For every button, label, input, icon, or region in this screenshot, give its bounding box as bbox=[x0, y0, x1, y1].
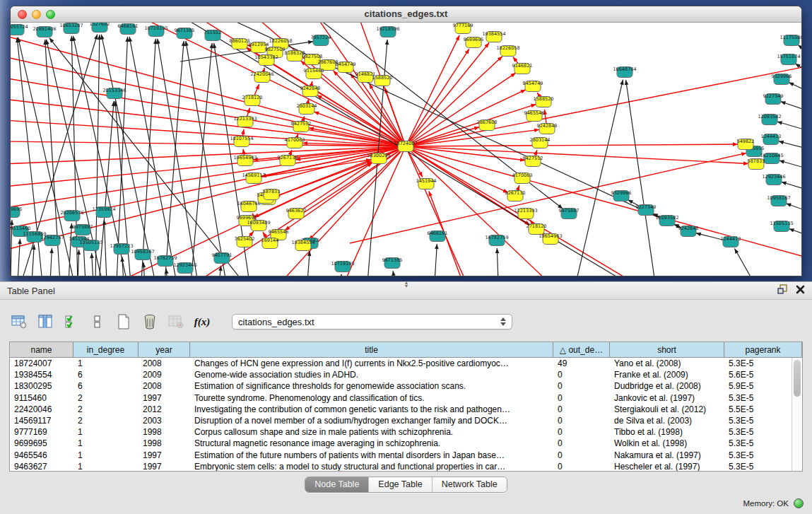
table-cell[interactable]: 9699695 bbox=[10, 438, 73, 449]
table-cell[interactable]: 5.9E-5 bbox=[724, 380, 802, 392]
delete-table-button[interactable] bbox=[139, 313, 160, 331]
table-row[interactable]: 946554611997Estimation of the future num… bbox=[10, 450, 802, 461]
table-cell[interactable]: 1 bbox=[73, 426, 139, 438]
table-cell[interactable]: 19384554 bbox=[10, 369, 73, 380]
row-height-button[interactable] bbox=[87, 313, 108, 331]
column-header-title[interactable]: title bbox=[190, 342, 553, 357]
table-cell[interactable]: Changes of HCN gene expression and I(f) … bbox=[190, 358, 553, 369]
table-cell[interactable]: Nakamura et al. (1997) bbox=[610, 450, 724, 461]
column-header-in_degree[interactable]: in_degree bbox=[73, 342, 139, 357]
table-cell[interactable]: 0 bbox=[553, 404, 610, 415]
tab-node-table[interactable]: Node Table bbox=[305, 477, 369, 492]
table-cell[interactable]: 0 bbox=[553, 450, 610, 461]
table-row[interactable]: 911546021997Tourette syndrome. Phenomeno… bbox=[10, 392, 802, 404]
table-cell[interactable]: 5.6E-5 bbox=[724, 369, 802, 380]
column-header-name[interactable]: name bbox=[10, 342, 73, 357]
zoom-window-button[interactable] bbox=[46, 10, 55, 19]
select-visible-columns-button[interactable] bbox=[61, 313, 82, 331]
table-cell[interactable]: de Silva et al. (2003) bbox=[610, 415, 724, 426]
table-cell[interactable]: Corpus callosum shape and size in male p… bbox=[190, 426, 553, 438]
table-cell[interactable]: 2009 bbox=[139, 369, 190, 380]
table-row[interactable]: 1456911722003Disruption of a novel membe… bbox=[10, 415, 802, 426]
table-row[interactable]: 969969511998Structural magnetic resonanc… bbox=[10, 438, 802, 449]
table-cell[interactable]: Dudbridge et al. (2008) bbox=[610, 380, 724, 392]
table-cell[interactable]: 0 bbox=[553, 438, 610, 449]
table-scrollbar[interactable] bbox=[792, 358, 802, 471]
column-header-year[interactable]: year bbox=[139, 342, 190, 357]
table-cell[interactable]: Franke et al. (2009) bbox=[610, 369, 724, 380]
table-row[interactable]: 1830029562008Estimation of significance … bbox=[10, 380, 802, 392]
delete-columns-button[interactable] bbox=[165, 313, 187, 331]
table-cell[interactable]: 1997 bbox=[139, 392, 190, 404]
table-cell[interactable]: 9115460 bbox=[10, 392, 73, 404]
table-row[interactable]: 1872400712008Changes of HCN gene express… bbox=[10, 358, 802, 369]
tab-network-table[interactable]: Network Table bbox=[433, 477, 507, 492]
table-row[interactable]: 2242004622012Investigating the contribut… bbox=[10, 404, 802, 415]
close-window-button[interactable] bbox=[18, 10, 27, 19]
table-cell[interactable]: 18300295 bbox=[10, 380, 73, 392]
table-cell[interactable]: 1997 bbox=[139, 450, 190, 461]
table-cell[interactable]: 2 bbox=[73, 392, 139, 404]
table-cell[interactable]: 5.3E-5 bbox=[724, 426, 802, 438]
float-panel-icon[interactable] bbox=[777, 284, 787, 297]
table-cell[interactable]: 9465546 bbox=[10, 450, 73, 461]
column-header-pagerank[interactable]: pagerank bbox=[724, 342, 802, 357]
table-cell[interactable]: Yano et al. (2008) bbox=[610, 358, 724, 369]
table-cell[interactable]: Embryonic stem cells: a model to study s… bbox=[190, 461, 553, 471]
table-settings-button[interactable] bbox=[8, 313, 30, 331]
tab-edge-table[interactable]: Edge Table bbox=[369, 477, 432, 492]
minimize-window-button[interactable] bbox=[32, 10, 41, 19]
table-cell[interactable]: 1 bbox=[73, 358, 139, 369]
table-cell[interactable]: 0 bbox=[553, 426, 610, 438]
table-cell[interactable]: Estimation of significance thresholds fo… bbox=[190, 380, 553, 392]
column-header-out_de[interactable]: △ out_de… bbox=[553, 342, 610, 357]
table-cell[interactable]: Disruption of a novel member of a sodium… bbox=[190, 415, 553, 426]
table-row[interactable]: 946362711997Embryonic stem cells: a mode… bbox=[10, 461, 802, 471]
column-header-short[interactable]: short bbox=[610, 342, 724, 357]
table-cell[interactable]: 9777169 bbox=[10, 426, 73, 438]
table-row[interactable]: 1938455462009Genome-wide association stu… bbox=[10, 369, 802, 380]
function-builder-button[interactable]: f(x) bbox=[192, 313, 213, 331]
table-cell[interactable]: 5.3E-5 bbox=[724, 358, 802, 369]
table-cell[interactable]: 0 bbox=[553, 392, 610, 404]
table-cell[interactable]: Investigating the contribution of common… bbox=[190, 404, 553, 415]
table-cell[interactable]: 0 bbox=[553, 415, 610, 426]
table-cell[interactable]: Tibbo et al. (1998) bbox=[610, 426, 724, 438]
memory-ok-indicator[interactable] bbox=[794, 498, 804, 508]
close-panel-icon[interactable] bbox=[796, 284, 805, 297]
scrollbar-thumb[interactable] bbox=[794, 360, 801, 397]
table-cell[interactable]: 6 bbox=[73, 380, 139, 392]
table-cell[interactable]: 5.5E-5 bbox=[724, 404, 802, 415]
table-cell[interactable]: Stergiakouli et al. (2012) bbox=[610, 404, 724, 415]
table-cell[interactable]: 2008 bbox=[139, 358, 190, 369]
table-cell[interactable]: Genome-wide association studies in ADHD. bbox=[190, 369, 553, 380]
table-cell[interactable]: 1 bbox=[73, 450, 139, 461]
table-cell[interactable]: 9463627 bbox=[10, 461, 73, 471]
table-cell[interactable]: 18724007 bbox=[10, 358, 73, 369]
table-cell[interactable]: Jankovic et al. (1997) bbox=[610, 392, 724, 404]
network-window[interactable]: citations_edges.txt 14055724208914061065… bbox=[10, 6, 802, 276]
table-cell[interactable]: 2003 bbox=[139, 415, 190, 426]
table-cell[interactable]: 14569117 bbox=[10, 415, 73, 426]
table-cell[interactable]: 2008 bbox=[139, 380, 190, 392]
table-cell[interactable]: 22420046 bbox=[10, 404, 73, 415]
table-cell[interactable]: 0 bbox=[553, 461, 610, 471]
table-cell[interactable]: Structural magnetic resonance image aver… bbox=[190, 438, 553, 449]
table-cell[interactable]: 49 bbox=[553, 358, 610, 369]
network-canvas[interactable]: 1405572420891406106532871527602646616110… bbox=[11, 23, 801, 276]
show-columns-button[interactable] bbox=[35, 313, 56, 331]
table-selector-dropdown[interactable]: citations_edges.txt bbox=[232, 314, 512, 329]
table-cell[interactable]: 0 bbox=[553, 369, 610, 380]
table-cell[interactable]: 6 bbox=[73, 369, 139, 380]
table-cell[interactable]: Tourette syndrome. Phenomenology and cla… bbox=[190, 392, 553, 404]
splitter-handle[interactable]: ▲▼ bbox=[402, 281, 411, 285]
table-cell[interactable]: 5.3E-5 bbox=[724, 461, 802, 471]
table-cell[interactable]: 5.3E-5 bbox=[724, 415, 802, 426]
table-cell[interactable]: 1998 bbox=[139, 426, 190, 438]
table-cell[interactable]: 2 bbox=[73, 404, 139, 415]
window-titlebar[interactable]: citations_edges.txt bbox=[11, 6, 801, 23]
table-cell[interactable]: 5.3E-5 bbox=[724, 392, 802, 404]
table-cell[interactable]: 1 bbox=[73, 438, 139, 449]
table-cell[interactable]: 1 bbox=[73, 461, 139, 471]
table-cell[interactable]: Wolkin et al. (1998) bbox=[610, 438, 724, 449]
